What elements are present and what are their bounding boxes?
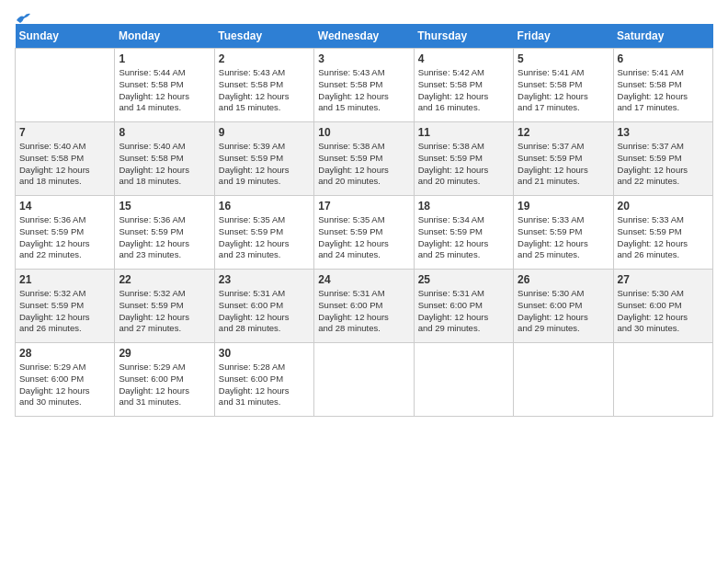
- calendar-cell: 9Sunrise: 5:39 AM Sunset: 5:59 PM Daylig…: [214, 122, 313, 196]
- day-number: 7: [19, 126, 110, 139]
- day-number: 27: [618, 273, 709, 286]
- calendar-week-row: 7Sunrise: 5:40 AM Sunset: 5:58 PM Daylig…: [16, 122, 713, 196]
- day-info: Sunrise: 5:33 AM Sunset: 5:59 PM Dayligh…: [618, 214, 709, 261]
- calendar-cell: 4Sunrise: 5:42 AM Sunset: 5:58 PM Daylig…: [414, 49, 513, 122]
- calendar-cell: 27Sunrise: 5:30 AM Sunset: 6:00 PM Dayli…: [613, 270, 712, 343]
- calendar-cell: [414, 343, 513, 417]
- calendar-week-row: 28Sunrise: 5:29 AM Sunset: 6:00 PM Dayli…: [16, 343, 713, 417]
- day-info: Sunrise: 5:29 AM Sunset: 6:00 PM Dayligh…: [119, 362, 210, 408]
- day-number: 24: [318, 273, 409, 286]
- day-info: Sunrise: 5:38 AM Sunset: 5:59 PM Dayligh…: [418, 141, 509, 188]
- day-info: Sunrise: 5:36 AM Sunset: 5:59 PM Dayligh…: [19, 214, 110, 261]
- calendar-cell: 13Sunrise: 5:37 AM Sunset: 5:59 PM Dayli…: [613, 122, 712, 196]
- day-info: Sunrise: 5:43 AM Sunset: 5:58 PM Dayligh…: [318, 67, 409, 114]
- calendar-cell: 25Sunrise: 5:31 AM Sunset: 6:00 PM Dayli…: [414, 270, 513, 343]
- day-info: Sunrise: 5:38 AM Sunset: 5:59 PM Dayligh…: [318, 141, 409, 188]
- calendar-cell: [16, 49, 115, 122]
- day-info: Sunrise: 5:31 AM Sunset: 6:00 PM Dayligh…: [418, 288, 509, 335]
- day-info: Sunrise: 5:42 AM Sunset: 5:58 PM Dayligh…: [418, 67, 509, 114]
- day-info: Sunrise: 5:37 AM Sunset: 5:59 PM Dayligh…: [518, 141, 609, 188]
- day-number: 12: [518, 126, 609, 139]
- day-number: 8: [119, 126, 210, 139]
- day-number: 28: [19, 347, 110, 360]
- calendar-cell: [514, 343, 613, 417]
- calendar-cell: 14Sunrise: 5:36 AM Sunset: 5:59 PM Dayli…: [16, 196, 115, 270]
- weekday-header: Wednesday: [314, 24, 414, 49]
- day-number: 19: [518, 200, 609, 213]
- day-info: Sunrise: 5:28 AM Sunset: 6:00 PM Dayligh…: [219, 362, 310, 408]
- day-info: Sunrise: 5:35 AM Sunset: 5:59 PM Dayligh…: [318, 214, 409, 261]
- calendar-cell: 7Sunrise: 5:40 AM Sunset: 5:58 PM Daylig…: [16, 122, 115, 196]
- day-number: 23: [219, 273, 310, 286]
- calendar-cell: 5Sunrise: 5:41 AM Sunset: 5:58 PM Daylig…: [514, 49, 613, 122]
- day-info: Sunrise: 5:39 AM Sunset: 5:59 PM Dayligh…: [219, 141, 310, 188]
- day-number: 2: [219, 52, 310, 65]
- calendar-cell: [613, 343, 712, 417]
- calendar-cell: 2Sunrise: 5:43 AM Sunset: 5:58 PM Daylig…: [214, 49, 313, 122]
- day-number: 14: [19, 200, 110, 213]
- calendar-cell: 8Sunrise: 5:40 AM Sunset: 5:58 PM Daylig…: [115, 122, 214, 196]
- day-info: Sunrise: 5:41 AM Sunset: 5:58 PM Dayligh…: [618, 67, 709, 114]
- calendar-cell: 1Sunrise: 5:44 AM Sunset: 5:58 PM Daylig…: [115, 49, 214, 122]
- day-number: 11: [418, 126, 509, 139]
- day-info: Sunrise: 5:32 AM Sunset: 5:59 PM Dayligh…: [119, 288, 210, 335]
- weekday-header: Thursday: [414, 24, 513, 49]
- day-info: Sunrise: 5:30 AM Sunset: 6:00 PM Dayligh…: [618, 288, 709, 335]
- day-number: 6: [618, 52, 709, 65]
- calendar-cell: 19Sunrise: 5:33 AM Sunset: 5:59 PM Dayli…: [514, 196, 613, 270]
- day-info: Sunrise: 5:40 AM Sunset: 5:58 PM Dayligh…: [119, 141, 210, 188]
- day-number: 22: [119, 273, 210, 286]
- day-number: 1: [119, 52, 210, 65]
- calendar-week-row: 14Sunrise: 5:36 AM Sunset: 5:59 PM Dayli…: [16, 196, 713, 270]
- calendar-cell: 28Sunrise: 5:29 AM Sunset: 6:00 PM Dayli…: [16, 343, 115, 417]
- day-info: Sunrise: 5:35 AM Sunset: 5:59 PM Dayligh…: [219, 214, 310, 261]
- day-number: 3: [318, 52, 409, 65]
- calendar-cell: 16Sunrise: 5:35 AM Sunset: 5:59 PM Dayli…: [214, 196, 313, 270]
- day-number: 13: [618, 126, 709, 139]
- day-number: 18: [418, 200, 509, 213]
- day-number: 16: [219, 200, 310, 213]
- day-info: Sunrise: 5:29 AM Sunset: 6:00 PM Dayligh…: [19, 362, 110, 408]
- day-number: 25: [418, 273, 509, 286]
- weekday-header: Tuesday: [214, 24, 313, 49]
- day-number: 20: [618, 200, 709, 213]
- calendar-cell: 3Sunrise: 5:43 AM Sunset: 5:58 PM Daylig…: [314, 49, 414, 122]
- calendar-cell: 11Sunrise: 5:38 AM Sunset: 5:59 PM Dayli…: [414, 122, 513, 196]
- day-info: Sunrise: 5:37 AM Sunset: 5:59 PM Dayligh…: [618, 141, 709, 188]
- calendar-cell: 12Sunrise: 5:37 AM Sunset: 5:59 PM Dayli…: [514, 122, 613, 196]
- day-info: Sunrise: 5:43 AM Sunset: 5:58 PM Dayligh…: [219, 67, 310, 114]
- calendar-header-row: SundayMondayTuesdayWednesdayThursdayFrid…: [16, 24, 713, 49]
- day-info: Sunrise: 5:32 AM Sunset: 5:59 PM Dayligh…: [19, 288, 110, 335]
- weekday-header: Monday: [115, 24, 214, 49]
- day-info: Sunrise: 5:31 AM Sunset: 6:00 PM Dayligh…: [219, 288, 310, 335]
- calendar-cell: 17Sunrise: 5:35 AM Sunset: 5:59 PM Dayli…: [314, 196, 414, 270]
- day-number: 10: [318, 126, 409, 139]
- calendar-cell: 23Sunrise: 5:31 AM Sunset: 6:00 PM Dayli…: [214, 270, 313, 343]
- day-number: 29: [119, 347, 210, 360]
- calendar-cell: 10Sunrise: 5:38 AM Sunset: 5:59 PM Dayli…: [314, 122, 414, 196]
- day-info: Sunrise: 5:34 AM Sunset: 5:59 PM Dayligh…: [418, 214, 509, 261]
- weekday-header: Friday: [514, 24, 613, 49]
- day-info: Sunrise: 5:30 AM Sunset: 6:00 PM Dayligh…: [518, 288, 609, 335]
- day-number: 30: [219, 347, 310, 360]
- calendar-cell: 26Sunrise: 5:30 AM Sunset: 6:00 PM Dayli…: [514, 270, 613, 343]
- calendar-week-row: 1Sunrise: 5:44 AM Sunset: 5:58 PM Daylig…: [16, 49, 713, 122]
- calendar-cell: 6Sunrise: 5:41 AM Sunset: 5:58 PM Daylig…: [613, 49, 712, 122]
- day-info: Sunrise: 5:31 AM Sunset: 6:00 PM Dayligh…: [318, 288, 409, 335]
- day-info: Sunrise: 5:41 AM Sunset: 5:58 PM Dayligh…: [518, 67, 609, 114]
- day-number: 5: [518, 52, 609, 65]
- calendar-cell: 29Sunrise: 5:29 AM Sunset: 6:00 PM Dayli…: [115, 343, 214, 417]
- calendar-cell: 21Sunrise: 5:32 AM Sunset: 5:59 PM Dayli…: [16, 270, 115, 343]
- calendar-cell: 22Sunrise: 5:32 AM Sunset: 5:59 PM Dayli…: [115, 270, 214, 343]
- calendar-cell: [314, 343, 414, 417]
- calendar-cell: 18Sunrise: 5:34 AM Sunset: 5:59 PM Dayli…: [414, 196, 513, 270]
- day-info: Sunrise: 5:33 AM Sunset: 5:59 PM Dayligh…: [518, 214, 609, 261]
- day-number: 4: [418, 52, 509, 65]
- day-number: 15: [119, 200, 210, 213]
- day-number: 26: [518, 273, 609, 286]
- calendar-table: SundayMondayTuesdayWednesdayThursdayFrid…: [15, 24, 713, 417]
- day-number: 17: [318, 200, 409, 213]
- logo-bird-icon: [15, 11, 31, 28]
- calendar-cell: 15Sunrise: 5:36 AM Sunset: 5:59 PM Dayli…: [115, 196, 214, 270]
- day-number: 21: [19, 273, 110, 286]
